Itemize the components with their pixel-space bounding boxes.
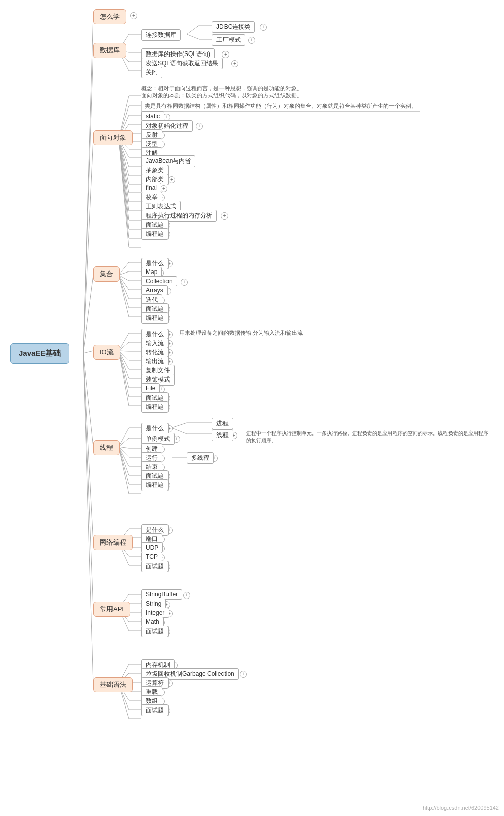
branch-network: 网络编程 <box>93 535 133 550</box>
branch-howtolearn: 怎么学 <box>93 9 126 24</box>
svg-line-57 <box>119 262 129 275</box>
svg-line-89 <box>119 428 129 447</box>
svg-line-0 <box>83 15 93 353</box>
svg-line-8 <box>83 353 93 684</box>
gc-expand[interactable] <box>240 671 247 678</box>
svg-line-71 <box>119 333 129 351</box>
svg-line-51 <box>119 139 129 229</box>
oop-note2: 面向对象的本质：以类的方式组织代码，以对象的方式组织数据。 <box>141 92 302 99</box>
svg-line-139 <box>172 423 187 428</box>
leaf-collection-cls: Collection <box>141 276 177 286</box>
leaf-final: final <box>141 183 161 193</box>
leaf-thread-sub: 线程 <box>212 429 233 441</box>
central-node: JavaEE基础 <box>10 343 69 364</box>
branch-api: 常用API <box>93 602 130 617</box>
leaf-io-coding: 编程题 <box>141 401 169 413</box>
leaf-api-interview: 面试题 <box>141 626 169 637</box>
svg-line-41 <box>119 139 129 184</box>
branch-database: 数据库 <box>93 43 126 58</box>
oop-note3: 类是具有相同数据结构（属性）和相同操作功能（行为）对象的集合。对象就是符合某种类… <box>141 101 420 112</box>
leaf-basic-interview: 面试题 <box>141 704 169 716</box>
leaf-stringbuffer: StringBuffer <box>141 589 182 600</box>
svg-line-85 <box>119 351 129 397</box>
svg-line-53 <box>119 139 129 238</box>
leaf-multithread: 多线程 <box>187 452 214 464</box>
svg-line-61 <box>119 275 129 281</box>
svg-line-13 <box>187 34 199 39</box>
svg-line-59 <box>119 271 129 275</box>
leaf-integer: Integer <box>141 608 169 618</box>
memory-expand[interactable] <box>221 212 228 220</box>
svg-line-81 <box>119 351 129 378</box>
svg-line-1 <box>83 50 93 353</box>
send-sql-expand[interactable] <box>231 60 238 67</box>
leaf-string: String <box>141 599 166 609</box>
leaf-math: Math <box>141 617 164 627</box>
svg-line-83 <box>119 351 129 388</box>
svg-line-75 <box>119 351 129 351</box>
svg-line-2 <box>83 139 93 353</box>
svg-line-49 <box>119 139 129 220</box>
final-expand[interactable] <box>160 185 167 192</box>
branch-io: IO流 <box>93 345 120 360</box>
svg-line-11 <box>187 25 199 34</box>
factory-expand[interactable] <box>248 37 255 44</box>
leaf-udp: UDP <box>141 542 163 553</box>
obj-init-expand[interactable] <box>196 123 203 130</box>
thread-note: 进程中一个程序执行控制单元。一条执行路径。进程负责的是应用程序的空间的标示。线程… <box>246 430 488 444</box>
svg-line-101 <box>119 447 129 484</box>
branch-collection: 集合 <box>93 266 120 282</box>
svg-line-93 <box>119 447 129 448</box>
leaf-map: Map <box>141 267 162 277</box>
svg-line-3 <box>83 275 93 353</box>
svg-line-69 <box>119 275 129 317</box>
leaf-factory: 工厂模式 <box>212 34 245 46</box>
sql-expand[interactable] <box>222 51 229 58</box>
connector-lines <box>0 0 504 816</box>
svg-line-103 <box>119 447 129 494</box>
inner-class-expand[interactable] <box>168 176 175 183</box>
leaf-tcp: TCP <box>141 552 162 562</box>
svg-line-5 <box>83 353 93 447</box>
svg-line-65 <box>119 275 129 299</box>
svg-line-47 <box>119 139 129 211</box>
leaf-oop-coding: 编程题 <box>141 228 169 240</box>
svg-line-99 <box>119 447 129 475</box>
collection-cls-expand[interactable] <box>181 279 188 286</box>
leaf-jdbc: JDBC连接类 <box>212 21 255 33</box>
mind-map: JavaEE基础 怎么学 数据库 连接数据库 JDBC连接类 工厂模式 数据库的… <box>0 0 504 816</box>
svg-line-45 <box>119 139 129 202</box>
io-what-note: 用来处理设备之间的数据传输,分为输入流和输出流 <box>179 329 303 337</box>
leaf-process: 进程 <box>212 418 233 429</box>
svg-line-87 <box>119 351 129 406</box>
leaf-network-interview: 面试题 <box>141 561 169 572</box>
svg-line-7 <box>83 353 93 608</box>
branch-oop: 面向对象 <box>93 130 133 145</box>
svg-line-97 <box>119 447 129 466</box>
svg-line-79 <box>119 351 129 369</box>
stringbuffer-expand[interactable] <box>183 592 190 599</box>
jdbc-expand[interactable] <box>260 24 267 31</box>
oop-note1: 概念：相对于面向过程而言，是一种思想，强调的是功能的对象。 <box>141 85 302 92</box>
leaf-thread-coding: 编程题 <box>141 479 169 491</box>
svg-line-6 <box>83 353 93 542</box>
svg-line-63 <box>119 275 129 290</box>
branch-basic: 基础语法 <box>93 677 133 692</box>
leaf-file: File <box>141 383 160 393</box>
leaf-static: static <box>141 111 164 121</box>
leaf-close-db: 关闭 <box>141 67 162 78</box>
svg-line-77 <box>119 351 129 360</box>
svg-line-91 <box>119 438 129 447</box>
svg-line-55 <box>119 139 129 247</box>
svg-line-67 <box>119 275 129 308</box>
leaf-collection-coding: 编程题 <box>141 312 169 324</box>
svg-line-73 <box>119 342 129 351</box>
branch-thread: 线程 <box>93 440 120 455</box>
watermark: http://blog.csdn.net/620095142 <box>423 805 499 811</box>
svg-line-4 <box>83 351 93 353</box>
leaf-connect-db: 连接数据库 <box>141 29 181 41</box>
leaf-arrays: Arrays <box>141 285 168 295</box>
svg-line-95 <box>119 447 129 457</box>
howtolearn-expand[interactable] <box>130 12 137 19</box>
svg-line-43 <box>119 139 129 193</box>
